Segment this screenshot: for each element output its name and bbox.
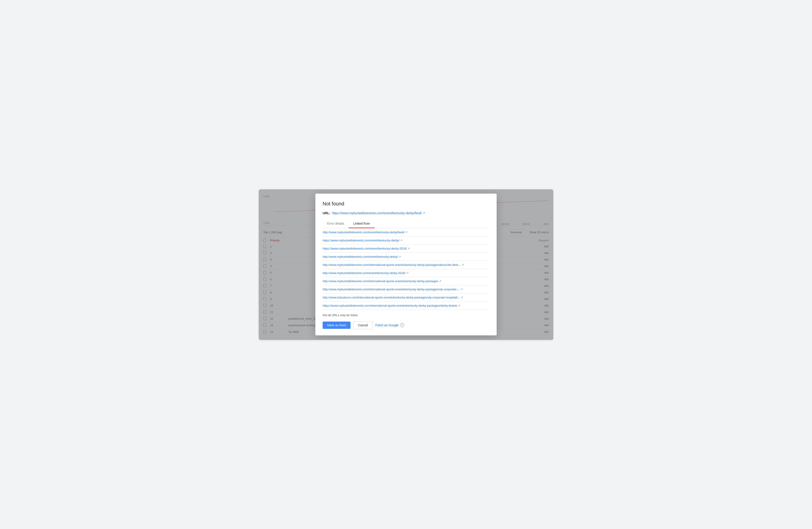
linked-url-link[interactable]: http://www.mybucketlistevents.com/event/… (323, 255, 398, 259)
not-all-notice: Not all URLs may be listed. (323, 313, 489, 317)
external-link-icon: ↗ (461, 288, 463, 291)
modal-actions: Mark as fixed Cancel Fetch as Google ? (323, 321, 489, 329)
list-item: http://www.mybucketlistevents.com/event/… (323, 269, 489, 277)
external-link-icon: ↗ (462, 263, 464, 266)
list-item: https://www.mybucketlistevents.com/event… (323, 236, 489, 245)
modal-url-row: URL: https://www.mybucketlistevents.com/… (323, 211, 489, 215)
linked-from-list: http://www.mybucketlistevents.com/event/… (323, 228, 489, 310)
fetch-google-label: Fetch as Google (375, 323, 399, 327)
list-item: http://www.mybucketlistevents.com/intern… (323, 261, 489, 269)
list-item: http://www.mybucketlistevents.com/intern… (323, 285, 489, 293)
modal-dialog: Not found URL: https://www.mybucketliste… (315, 194, 497, 335)
help-icon[interactable]: ? (400, 323, 404, 327)
linked-url-link[interactable]: http://www.mybucketlistevents.com/intern… (323, 279, 438, 283)
tab-linked-from[interactable]: Linked from (349, 219, 374, 228)
modal-title: Not found (323, 201, 489, 207)
list-item: http://www.ludustours.com/international-… (323, 293, 489, 302)
external-link-icon: ↗ (439, 280, 441, 283)
list-item: http://www.mybucketlistevents.com/intern… (323, 277, 489, 285)
external-link-icon: ↗ (405, 231, 407, 234)
external-link-icon: ↗ (406, 271, 408, 275)
linked-url-link[interactable]: http://www.mybucketlistevents.com/intern… (323, 263, 461, 266)
linked-url-link[interactable]: http://www.mybucketlistevents.com/event/… (323, 271, 406, 275)
external-link-icon: ↗ (408, 247, 410, 250)
list-item: https://www.mybucketlistevents.com/inter… (323, 302, 489, 310)
page-wrapper: 2,500 1,250 8/22/16 8/25/16 8/28/ Top 1,… (259, 189, 553, 340)
external-link-icon: ↗ (399, 255, 401, 258)
list-item: http://www.mybucketlistevents.com/event/… (323, 228, 489, 236)
fetch-as-google-link[interactable]: Fetch as Google ? (375, 323, 404, 327)
modal-overlay: Not found URL: https://www.mybucketliste… (259, 189, 553, 340)
url-label: URL: (323, 211, 330, 215)
external-link-icon: ↗ (423, 211, 425, 215)
modal-tabs: Error details Linked from (323, 219, 489, 228)
linked-url-link[interactable]: http://www.mybucketlistevents.com/intern… (323, 288, 460, 291)
linked-url-link[interactable]: https://www.mybucketlistevents.com/inter… (323, 304, 457, 307)
mark-as-fixed-button[interactable]: Mark as fixed (323, 322, 350, 329)
external-link-icon: ↗ (400, 239, 402, 242)
list-item: http://www.mybucketlistevents.com/event/… (323, 253, 489, 261)
list-item: https://www.mybucketlistevents.com/event… (323, 245, 489, 253)
external-link-icon: ↗ (461, 296, 463, 299)
tab-error-details[interactable]: Error details (323, 219, 349, 228)
cancel-button[interactable]: Cancel (353, 321, 373, 329)
modal-url-link[interactable]: https://www.mybucketlistevents.com/event… (332, 211, 422, 215)
external-link-icon: ↗ (458, 304, 460, 307)
linked-url-link[interactable]: http://www.ludustours.com/international-… (323, 296, 460, 299)
linked-url-link[interactable]: https://www.mybucketlistevents.com/event… (323, 239, 400, 242)
linked-url-link[interactable]: https://www.mybucketlistevents.com/event… (323, 247, 407, 250)
linked-url-link[interactable]: http://www.mybucketlistevents.com/event/… (323, 231, 404, 234)
